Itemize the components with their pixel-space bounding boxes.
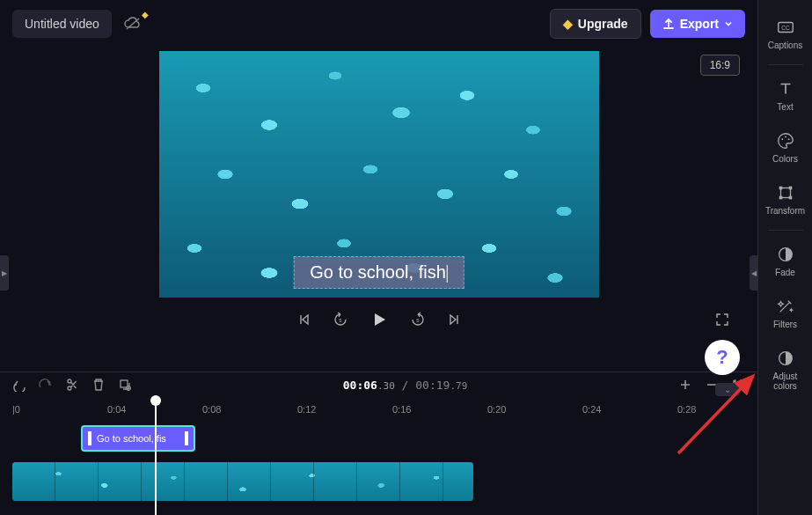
playback-controls: 5 5 [0,298,757,336]
panel-item-fade[interactable]: Fade [758,236,812,286]
ruler-mark: 0:20 [487,404,506,415]
cloud-sync-icon[interactable]: ◆ [124,17,142,31]
text-icon [776,79,795,99]
redo-icon[interactable] [39,378,53,392]
panel-label: Filters [773,320,797,329]
panel-item-colors[interactable]: Colors [758,122,812,173]
forward-5-icon[interactable]: 5 [410,312,426,327]
chevron-down-icon [724,19,733,28]
upgrade-button[interactable]: ◆ Upgrade [550,9,641,39]
ruler-mark: 0:16 [392,404,411,415]
skip-start-icon[interactable] [297,313,311,327]
palette-icon [776,131,795,151]
panel-label: Captions [768,40,802,50]
skip-end-icon[interactable] [447,313,461,327]
ruler-mark: 0:04 [107,404,126,415]
undo-icon[interactable] [12,378,26,392]
caption-track: Go to school, fis [12,425,745,457]
video-thumbnails [12,462,473,501]
ruler-mark: |0 [12,404,20,415]
contrast-icon [776,349,795,368]
svg-text:CC: CC [781,25,790,31]
video-clip[interactable] [12,462,473,501]
caption-clip[interactable]: Go to school, fis [81,425,195,452]
delete-icon[interactable] [91,378,106,392]
svg-point-7 [785,136,786,138]
panel-divider [768,230,803,231]
export-button[interactable]: Export [650,10,745,38]
diamond-icon: ◆ [563,17,573,31]
video-preview[interactable]: Go to school, fish [159,51,599,298]
help-button[interactable]: ? [705,340,740,375]
transform-icon [776,183,795,202]
panel-label: Colors [772,154,798,164]
right-panel-collapse[interactable]: ◀ [750,255,758,291]
play-button[interactable] [369,310,389,329]
ruler-mark: 0:28 [677,404,696,415]
svg-rect-11 [788,187,792,190]
ruler-mark: 0:24 [582,404,601,415]
timeline-ruler[interactable]: |0 0:04 0:08 0:12 0:16 0:20 0:24 0:28 [0,397,757,420]
clip-handle-left[interactable] [88,431,91,445]
timecode-current: 00:06 [343,379,377,392]
rewind-5-icon[interactable]: 5 [333,312,348,327]
svg-rect-12 [779,196,782,200]
panel-item-captions[interactable]: CC Captions [758,9,812,59]
upload-icon [662,18,675,30]
svg-rect-13 [788,196,792,200]
timecode-total: 00:19 [415,379,450,392]
caption-text-overlay[interactable]: Go to school, fish [293,256,465,289]
panel-label: Text [777,102,793,112]
split-icon[interactable] [65,378,79,392]
export-label: Export [680,17,719,31]
aspect-ratio-button[interactable]: 16:9 [700,55,740,76]
svg-rect-10 [779,187,782,190]
svg-text:5: 5 [416,318,420,323]
add-track-icon[interactable] [678,378,692,392]
svg-point-6 [781,138,783,140]
panel-label: Adjust colors [762,372,808,391]
panel-label: Fade [775,268,795,277]
svg-text:5: 5 [339,318,342,323]
captions-icon: CC [776,18,795,37]
panel-item-adjust-colors[interactable]: Adjust colors [758,340,812,400]
svg-rect-2 [121,380,128,387]
timeline-tracks[interactable]: Go to school, fis [0,420,757,515]
video-track [12,462,745,504]
project-title[interactable]: Untitled video [12,10,112,38]
timeline-toolbar: 00:06.30 / 00:19.79 [0,372,757,397]
diamond-badge-icon: ◆ [142,10,149,19]
ruler-mark: 0:12 [297,404,316,415]
panel-divider [768,64,803,65]
duplicate-icon[interactable] [118,378,132,392]
panel-item-filters[interactable]: Filters [758,288,812,338]
fullscreen-icon[interactable] [715,313,729,327]
expand-tab[interactable]: ⌄ [715,383,740,396]
svg-point-8 [787,138,789,140]
fade-icon [776,245,795,264]
clip-handle-right[interactable] [185,431,188,445]
panel-item-transform[interactable]: Transform [758,174,812,224]
topbar: Untitled video ◆ ◆ Upgrade Export [0,0,757,48]
right-panel: ◀ CC Captions Text Colors Transform Fade… [757,0,812,515]
timecode-display: 00:06.30 / 00:19.79 [343,379,468,392]
preview-area: 16:9 Go to school, fish 5 5 ? ⌄ [0,48,757,372]
upgrade-label: Upgrade [578,17,628,31]
panel-label: Transform [765,206,805,216]
ruler-mark: 0:08 [202,404,221,415]
playhead[interactable] [155,397,157,515]
wand-icon [776,297,795,316]
panel-item-text[interactable]: Text [758,70,812,121]
